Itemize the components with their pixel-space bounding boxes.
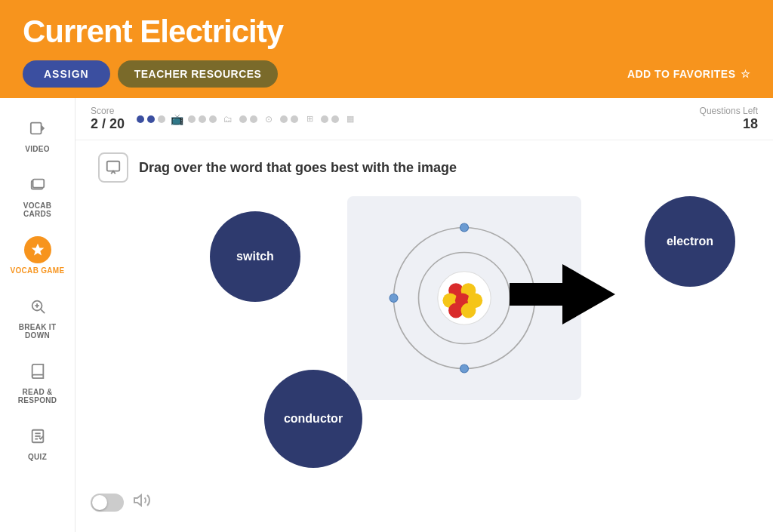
bottom-controls: [91, 491, 151, 513]
header-actions: ASSIGN TEAcHER RESOURCES ADD TO FAVORITE…: [23, 60, 750, 88]
score-bar: Score 2 / 20 📺 🗂 ⊙ ⊞ ▦: [75, 98, 773, 140]
sidebar-item-video[interactable]: VIDEO: [4, 107, 72, 161]
score-value: 2 / 20: [91, 116, 125, 132]
word-switch-label: switch: [236, 250, 274, 263]
game-area: Drag over the word that goes best with t…: [75, 140, 773, 525]
dot-3: [158, 115, 165, 123]
score-section: Score 2 / 20: [91, 106, 125, 132]
questions-left-section: Questions Left 18: [700, 106, 758, 132]
read-respond-icon: [24, 358, 51, 385]
arrow-image: [510, 260, 600, 321]
dot-13: [291, 115, 298, 123]
toggle-switch[interactable]: [91, 494, 124, 512]
quiz-icon: [24, 423, 51, 450]
svg-point-27: [460, 364, 469, 373]
questions-left-value: 18: [700, 116, 758, 132]
teacher-resources-button[interactable]: TEAcHER RESOURCES: [118, 60, 279, 88]
dot-5: [188, 115, 196, 123]
dot-15: [321, 115, 328, 123]
break-it-down-icon: [24, 293, 51, 320]
svg-marker-29: [134, 495, 141, 506]
content-area: Score 2 / 20 📺 🗂 ⊙ ⊞ ▦: [75, 98, 773, 532]
svg-point-25: [390, 294, 398, 303]
page-title: Current Electricity: [23, 14, 750, 50]
drag-icon: [98, 152, 128, 183]
vocab-game-icon: [24, 236, 51, 263]
sidebar-item-vocab-game[interactable]: VOCAB GAME: [4, 229, 72, 282]
header: Current Electricity ASSIGN TEAcHER RESOU…: [0, 0, 773, 98]
dot-12: [280, 115, 288, 123]
add-favorites-label: ADD TO FAVORITES: [627, 68, 736, 80]
add-favorites-button[interactable]: ADD TO FAVORITES ☆: [627, 68, 750, 80]
word-conductor[interactable]: conductor: [264, 370, 362, 468]
dot-tv-icon: 📺: [168, 111, 185, 128]
dot-6: [199, 115, 206, 123]
svg-rect-3: [32, 180, 44, 188]
score-label: Score: [91, 106, 125, 116]
word-electron-label: electron: [667, 235, 713, 248]
word-conductor-label: conductor: [284, 412, 343, 426]
svg-marker-1: [41, 125, 45, 131]
svg-rect-13: [107, 161, 120, 171]
sidebar-label-vocab-game: VOCAB GAME: [11, 266, 65, 275]
sidebar-label-read-respond: READ & RESPOND: [10, 388, 66, 404]
toggle-knob: [92, 495, 107, 510]
word-switch[interactable]: switch: [210, 211, 300, 302]
assign-button[interactable]: ASSIGN: [23, 60, 110, 88]
vocab-cards-icon: [24, 171, 51, 198]
sidebar-label-video: VIDEO: [25, 145, 50, 153]
video-icon: [24, 115, 51, 142]
dot-table-icon: ⊞: [301, 111, 318, 128]
dot-clock-icon: ⊙: [260, 111, 277, 128]
svg-point-23: [461, 303, 476, 318]
sidebar-label-quiz: QUIZ: [28, 453, 47, 461]
progress-dots: 📺 🗂 ⊙ ⊞ ▦: [137, 111, 688, 128]
svg-rect-0: [30, 123, 41, 134]
header-buttons: ASSIGN TEAcHER RESOURCES: [23, 60, 278, 88]
vocab-game-container: switch electron conductor: [98, 189, 750, 506]
sidebar-item-read-respond[interactable]: READ & RESPOND: [4, 350, 72, 412]
sidebar-item-break-it-down[interactable]: BREAK IT DOWN: [4, 285, 72, 347]
questions-left-label: Questions Left: [700, 106, 758, 116]
dot-10: [250, 115, 257, 123]
sidebar-item-vocab-cards[interactable]: VOCAB CARDS: [4, 164, 72, 226]
svg-point-24: [460, 223, 469, 232]
svg-marker-28: [510, 264, 615, 324]
dot-16: [331, 115, 339, 123]
main-layout: VIDEO VOCAB CARDS VOCAB GAME: [0, 98, 773, 532]
dot-card-icon: 🗂: [220, 111, 236, 128]
dot-1: [137, 115, 144, 123]
dot-7: [209, 115, 217, 123]
word-electron[interactable]: electron: [645, 196, 735, 287]
dot-calc-icon: ▦: [342, 111, 359, 128]
instruction-bar: Drag over the word that goes best with t…: [98, 152, 750, 183]
sidebar: VIDEO VOCAB CARDS VOCAB GAME: [0, 98, 75, 532]
dot-9: [239, 115, 247, 123]
sidebar-item-quiz[interactable]: QUIZ: [4, 415, 72, 469]
svg-marker-4: [31, 244, 44, 256]
sidebar-label-vocab-cards: VOCAB CARDS: [10, 201, 66, 218]
svg-line-6: [41, 309, 45, 313]
sidebar-label-break-it-down: BREAK IT DOWN: [10, 323, 66, 340]
star-icon: ☆: [741, 68, 751, 80]
sound-button[interactable]: [133, 491, 151, 513]
instruction-text: Drag over the word that goes best with t…: [139, 160, 457, 176]
dot-2: [147, 115, 155, 123]
